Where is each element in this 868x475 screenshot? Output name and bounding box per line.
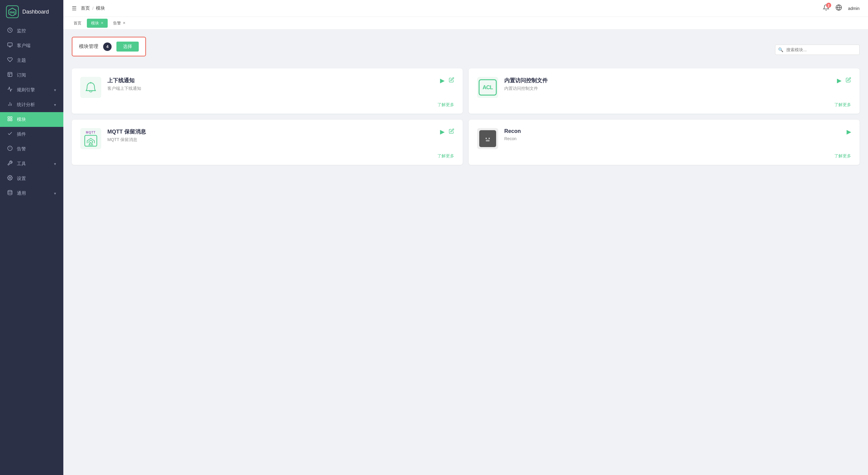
sidebar-item-theme[interactable]: 主题 — [0, 53, 63, 68]
card-bottom: 了解更多 — [477, 154, 851, 159]
sidebar-item-label: 规则引擎 — [17, 87, 35, 93]
svg-line-32 — [489, 134, 490, 136]
learn-more-link[interactable]: 了解更多 — [834, 102, 851, 108]
menu-toggle-icon[interactable]: ☰ — [72, 5, 76, 12]
sidebar-item-monitor[interactable]: 监控 — [0, 24, 63, 38]
svg-rect-12 — [8, 116, 9, 118]
card-title: 内置访问控制文件 — [504, 77, 831, 84]
admin-user-label[interactable]: admin — [848, 6, 860, 11]
logo-title: Dashboard — [22, 9, 49, 15]
rules-icon — [7, 87, 13, 94]
notification-badge: 2 — [826, 3, 831, 8]
svg-line-33 — [483, 137, 485, 138]
module-card-recon: Recon Recon ▶ 了解更多 — [469, 120, 860, 165]
card-actions: ▶ — [837, 77, 851, 84]
notification-button[interactable]: 2 — [823, 4, 829, 12]
subscribe-icon — [7, 72, 13, 79]
acl-icon: ACL — [478, 79, 497, 96]
module-icon-wrap — [477, 128, 498, 149]
card-info: 上下线通知 客户端上下线通知 — [107, 77, 434, 91]
tab-home[interactable]: 首页 — [69, 19, 86, 28]
edit-button[interactable] — [846, 77, 851, 84]
sidebar-item-label: 告警 — [17, 146, 26, 152]
tab-home-label: 首页 — [73, 21, 82, 26]
sidebar-item-client[interactable]: 客户端 — [0, 38, 63, 53]
sidebar-item-label: 监控 — [17, 28, 26, 34]
recon-icon — [479, 130, 496, 147]
svg-rect-6 — [8, 72, 12, 76]
chevron-down-icon: ▼ — [53, 162, 57, 166]
language-icon[interactable] — [835, 4, 842, 12]
svg-rect-14 — [10, 120, 12, 121]
sidebar-item-label: 客户端 — [17, 43, 30, 48]
svg-line-38 — [491, 140, 493, 141]
svg-text:EMQ: EMQ — [10, 11, 16, 14]
sidebar-item-subscribe[interactable]: 订阅 — [0, 68, 63, 82]
sidebar-item-alerts[interactable]: 告警 — [0, 142, 63, 157]
tab-modules[interactable]: 模块 ✕ — [87, 19, 108, 28]
card-top: Recon Recon ▶ — [477, 128, 851, 149]
tab-modules-close[interactable]: ✕ — [101, 21, 103, 25]
search-icon: 🔍 — [778, 47, 783, 52]
main-content: ☰ 首页 / 模块 2 admin 首页 模块 ✕ 告警 — [63, 0, 868, 475]
select-button[interactable]: 选择 — [116, 42, 139, 52]
svg-rect-3 — [8, 43, 12, 46]
sidebar-item-label: 设置 — [17, 176, 26, 181]
sidebar-item-label: 插件 — [17, 131, 26, 137]
sidebar-item-rules[interactable]: 规则引擎 ▼ — [0, 82, 63, 97]
chevron-down-icon: ▼ — [53, 88, 57, 92]
sidebar-item-label: 工具 — [17, 161, 26, 167]
card-actions: ▶ — [440, 128, 454, 135]
sidebar-item-label: 通用 — [17, 191, 26, 196]
learn-more-link[interactable]: 了解更多 — [437, 154, 454, 159]
card-desc: 客户端上下线通知 — [107, 86, 434, 91]
nav-menu: 监控 客户端 主题 订阅 规则引擎 — [0, 24, 63, 201]
plugins-icon — [7, 131, 13, 138]
card-desc: Recon — [504, 136, 841, 141]
mqtt-icon: MQTT — [84, 131, 97, 147]
sidebar-item-tools[interactable]: 工具 ▼ — [0, 157, 63, 171]
learn-more-link[interactable]: 了解更多 — [437, 102, 454, 108]
learn-more-link[interactable]: 了解更多 — [834, 154, 851, 159]
play-button[interactable]: ▶ — [846, 128, 851, 135]
play-button[interactable]: ▶ — [440, 77, 444, 84]
search-input[interactable] — [775, 45, 860, 55]
play-button[interactable]: ▶ — [837, 77, 841, 84]
sidebar-item-modules[interactable]: 模块 — [0, 112, 63, 127]
header: ☰ 首页 / 模块 2 admin — [63, 0, 868, 17]
tab-bar: 首页 模块 ✕ 告警 ✕ — [63, 17, 868, 30]
module-card-offline-notify: 上下线通知 客户端上下线通知 ▶ 了解更多 — [72, 68, 463, 114]
monitor-icon — [7, 27, 13, 34]
edit-button[interactable] — [449, 128, 454, 135]
sidebar: EMQ Dashboard 监控 客户端 主题 — [0, 0, 63, 475]
module-icon-wrap: ACL — [477, 77, 498, 98]
play-button[interactable]: ▶ — [440, 128, 444, 135]
card-title: 上下线通知 — [107, 77, 434, 84]
card-bottom: 了解更多 — [477, 102, 851, 108]
client-icon — [7, 42, 13, 49]
breadcrumb-home[interactable]: 首页 — [81, 5, 90, 11]
edit-button[interactable] — [449, 77, 454, 84]
tab-alerts[interactable]: 告警 ✕ — [109, 19, 130, 28]
sidebar-item-general[interactable]: 通用 ▼ — [0, 186, 63, 201]
card-top: MQTT MQTT 保留消息 — [80, 128, 454, 149]
sidebar-item-plugins[interactable]: 插件 — [0, 127, 63, 142]
chevron-down-icon: ▼ — [53, 103, 57, 107]
tab-alerts-close[interactable]: ✕ — [123, 21, 125, 25]
card-bottom: 了解更多 — [80, 154, 454, 159]
general-icon — [7, 190, 13, 197]
svg-line-35 — [483, 140, 485, 141]
module-card-acl-file: ACL 内置访问控制文件 内置访问控制文件 ▶ 了解更多 — [469, 68, 860, 114]
module-management-title: 模块管理 — [79, 43, 98, 50]
svg-rect-26 — [485, 136, 491, 142]
header-left: ☰ 首页 / 模块 — [72, 5, 105, 12]
theme-icon — [7, 57, 13, 64]
sidebar-item-settings[interactable]: 设置 — [0, 171, 63, 186]
sidebar-item-label: 主题 — [17, 58, 26, 63]
header-right: 2 admin — [823, 4, 860, 12]
sidebar-item-stats[interactable]: 统计分析 ▼ — [0, 97, 63, 112]
card-top: 上下线通知 客户端上下线通知 ▶ — [80, 77, 454, 98]
content-area: 模块管理 4 选择 🔍 — [63, 30, 868, 475]
card-desc: MQTT 保留消息 — [107, 137, 434, 142]
svg-rect-24 — [85, 135, 97, 146]
